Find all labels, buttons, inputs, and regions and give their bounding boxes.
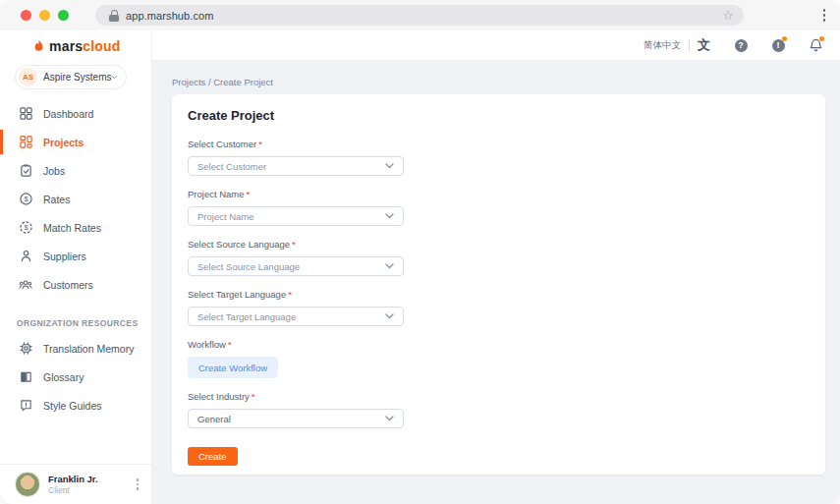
- page-title: Create Project: [188, 108, 810, 123]
- glossary-book-icon: [19, 370, 32, 384]
- app-header: 简体中文 文 ? !: [152, 30, 840, 61]
- workflow-group: Workflow* Create Workflow: [188, 339, 810, 378]
- sidebar-item-style-guides[interactable]: Style Guides: [0, 391, 151, 420]
- breadcrumb[interactable]: Projects / Create Project: [172, 77, 840, 87]
- notification-badge-dot: [819, 36, 824, 41]
- sidebar-item-label: Rates: [43, 194, 70, 205]
- industry-dropdown[interactable]: General: [188, 409, 404, 428]
- field-label: Select Source Language*: [188, 239, 810, 250]
- minimize-window-button[interactable]: [39, 10, 50, 21]
- maximize-window-button[interactable]: [58, 10, 69, 21]
- source-language-dropdown[interactable]: Select Source Language: [188, 256, 404, 276]
- close-window-button[interactable]: [21, 10, 31, 21]
- sidebar-item-label: Customers: [43, 279, 93, 291]
- browser-window: app.marshub.com ☆ marscloud AS Aspire Sy…: [0, 0, 840, 504]
- alert-badge-dot: [782, 36, 787, 41]
- target-language-dropdown[interactable]: Select Target Language: [188, 307, 404, 326]
- customer-switcher[interactable]: AS Aspire Systems: [15, 65, 127, 89]
- sidebar-item-label: Glossary: [43, 371, 84, 383]
- style-guides-comment-icon: [19, 399, 32, 413]
- sidebar-item-jobs[interactable]: Jobs: [0, 156, 151, 185]
- chevron-down-icon: [111, 75, 118, 80]
- address-bar[interactable]: app.marshub.com ☆: [95, 5, 744, 26]
- user-profile[interactable]: Franklin Jr. Client: [0, 465, 151, 504]
- app-logo[interactable]: marscloud: [0, 30, 151, 61]
- customer-initials-badge: AS: [19, 68, 37, 86]
- translation-memory-chip-icon: [19, 342, 32, 356]
- required-asterisk: *: [252, 391, 255, 402]
- required-asterisk: *: [258, 139, 262, 149]
- sidebar-item-label: Dashboard: [43, 108, 93, 120]
- sidebar-nav: Dashboard Projects Jobs $: [0, 99, 151, 299]
- chevron-down-icon: [385, 313, 394, 319]
- sidebar-item-match-rates[interactable]: $ Match Rates: [0, 213, 151, 242]
- main-content: Projects / Create Project Create Project…: [152, 61, 840, 504]
- browser-menu-icon[interactable]: [821, 7, 828, 24]
- selected-value: General: [197, 414, 231, 424]
- user-avatar: [15, 472, 40, 497]
- alerts-button[interactable]: !: [771, 38, 785, 52]
- sidebar-item-rates[interactable]: $ Rates: [0, 185, 151, 213]
- chevron-down-icon: [385, 213, 394, 219]
- required-asterisk: *: [288, 289, 292, 300]
- create-workflow-button[interactable]: Create Workflow: [188, 357, 278, 378]
- translate-icon[interactable]: 文: [698, 36, 710, 54]
- sidebar-item-suppliers[interactable]: Suppliers: [0, 242, 151, 270]
- field-label: Project Name*: [188, 189, 810, 199]
- dashboard-grid-icon: [19, 107, 32, 121]
- browser-chrome: app.marshub.com ☆: [0, 0, 840, 30]
- user-menu-icon[interactable]: [134, 476, 142, 493]
- sidebar-item-dashboard[interactable]: Dashboard: [0, 99, 151, 128]
- sidebar-item-customers[interactable]: Customers: [0, 270, 151, 299]
- selected-value: Select Source Language: [197, 261, 300, 272]
- chevron-down-icon: [385, 416, 394, 421]
- rates-dollar-icon: $: [19, 193, 32, 206]
- sidebar-item-translation-memory[interactable]: Translation Memory: [0, 334, 151, 363]
- help-button[interactable]: ?: [734, 38, 748, 52]
- divider: [689, 39, 690, 51]
- chevron-down-icon: [385, 263, 394, 269]
- match-rates-dollar-icon: $: [19, 221, 32, 235]
- chevron-down-icon: [385, 163, 394, 169]
- suppliers-person-icon: [19, 250, 32, 263]
- url-text: app.marshub.com: [126, 10, 214, 22]
- language-label[interactable]: 简体中文: [644, 39, 681, 52]
- selected-value: Project Name: [197, 211, 254, 222]
- customer-name: Aspire Systems: [43, 72, 111, 83]
- sidebar-item-label: Jobs: [43, 165, 65, 177]
- field-label: Workflow*: [188, 339, 810, 350]
- select-customer-dropdown[interactable]: Select Customer: [188, 156, 404, 176]
- sidebar-item-label: Suppliers: [43, 251, 86, 262]
- sidebar-section-title: ORGNIZATION RESOURCES: [17, 318, 151, 328]
- sidebar-item-projects[interactable]: Projects: [0, 128, 151, 156]
- required-asterisk: *: [247, 189, 251, 199]
- bookmark-star-icon[interactable]: ☆: [722, 9, 734, 22]
- sidebar-item-label: Match Rates: [43, 222, 101, 234]
- required-asterisk: *: [292, 239, 296, 250]
- customers-group-icon: [19, 278, 32, 292]
- sidebar-item-label: Projects: [43, 137, 84, 148]
- window-controls: [21, 10, 69, 21]
- sidebar: marscloud AS Aspire Systems Dashboard: [0, 30, 152, 504]
- user-role: Client: [48, 485, 98, 496]
- flame-logo-icon: [32, 39, 45, 53]
- industry-group: Select Industry* General: [188, 391, 810, 428]
- help-icon: ?: [735, 39, 748, 52]
- project-name-group: Project Name* Project Name: [188, 189, 810, 226]
- notifications-button[interactable]: [809, 38, 822, 52]
- svg-text:$: $: [24, 195, 28, 203]
- selected-value: Select Target Language: [197, 311, 296, 322]
- field-label: Select Industry*: [188, 391, 810, 402]
- logo-text-mars: mars: [49, 38, 83, 54]
- project-name-dropdown[interactable]: Project Name: [188, 206, 404, 226]
- lock-icon: [109, 10, 119, 22]
- field-label: Select Customer*: [188, 139, 810, 149]
- sidebar-resources: Translation Memory Glossary Style Guides: [0, 334, 151, 420]
- svg-text:$: $: [24, 223, 28, 232]
- sidebar-item-label: Translation Memory: [43, 343, 134, 355]
- create-button[interactable]: Create: [188, 447, 238, 466]
- select-customer-group: Select Customer* Select Customer: [188, 139, 810, 176]
- required-asterisk: *: [228, 339, 232, 350]
- sidebar-item-glossary[interactable]: Glossary: [0, 363, 151, 391]
- sidebar-item-label: Style Guides: [43, 400, 102, 412]
